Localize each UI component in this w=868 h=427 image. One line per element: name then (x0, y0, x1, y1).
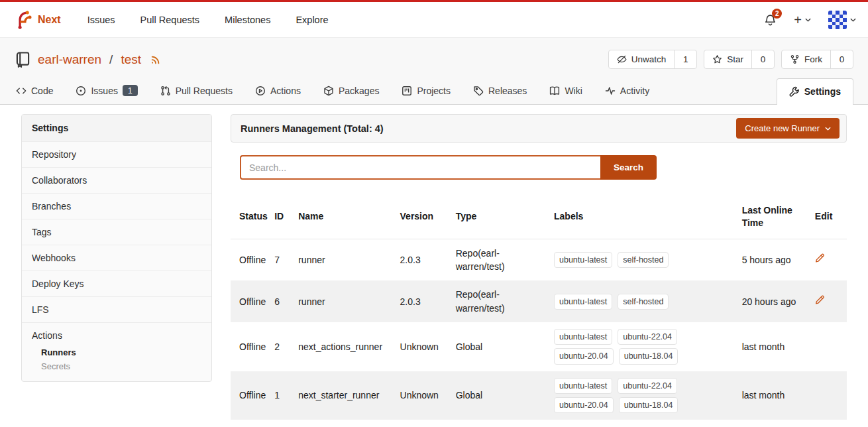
play-circle-icon (255, 86, 266, 96)
search-button[interactable]: Search (600, 155, 657, 180)
chevron-down-icon (805, 18, 811, 22)
col-last-online: Last Online Time (742, 195, 815, 239)
brand-home-link[interactable]: Next (12, 10, 61, 30)
label-chip: ubuntu-20.04 (554, 348, 614, 364)
sidebar-item-runners[interactable]: Runners (41, 345, 201, 359)
fork-count[interactable]: 0 (830, 50, 853, 68)
settings-content: Settings Repository Collaborators Branch… (0, 105, 868, 420)
runner-id: 2 (274, 322, 298, 371)
sidebar-item-repository[interactable]: Repository (22, 141, 211, 167)
sidebar-item-secrets[interactable]: Secrets (41, 359, 201, 373)
tab-releases[interactable]: Releases (472, 78, 528, 104)
nav-item-issues[interactable]: Issues (87, 15, 115, 25)
tab-actions[interactable]: Actions (254, 78, 302, 104)
label-chip: self-hosted (618, 294, 669, 310)
runner-search-bar: Search (240, 155, 847, 180)
panel-title: Runners Management (Total: 4) (241, 123, 384, 134)
sidebar-item-actions[interactable]: Actions (32, 330, 201, 341)
watch-count[interactable]: 1 (674, 50, 696, 68)
col-labels: Labels (554, 195, 742, 239)
eye-slash-icon (617, 54, 627, 64)
runner-labels: ubuntu-latest ubuntu-22.04 ubuntu-20.04 … (554, 378, 686, 413)
star-count[interactable]: 0 (751, 50, 774, 68)
tab-settings[interactable]: Settings (777, 78, 853, 105)
tab-label: Projects (417, 86, 451, 96)
pull-request-icon (160, 86, 171, 96)
tab-issues[interactable]: Issues 1 (74, 78, 138, 104)
tab-label: Packages (339, 86, 379, 96)
package-icon (323, 86, 334, 96)
create-runner-label: Create new Runner (745, 123, 820, 133)
tab-pull-requests[interactable]: Pull Requests (159, 78, 234, 104)
nav-item-pull-requests[interactable]: Pull Requests (140, 15, 199, 25)
label-chip: ubuntu-18.04 (619, 397, 678, 413)
runners-table: Status ID Name Version Type Labels Last … (231, 195, 847, 420)
col-type: Type (456, 195, 554, 239)
rss-icon[interactable] (150, 54, 162, 65)
label-chip: ubuntu-20.04 (554, 397, 614, 413)
book-icon (549, 86, 560, 96)
nav-links: Issues Pull Requests Milestones Explore (87, 15, 329, 25)
repo-separator: / (109, 52, 113, 67)
repo-icon (15, 51, 31, 68)
nav-item-explore[interactable]: Explore (296, 15, 328, 25)
runner-status: Offline (231, 239, 274, 280)
sidebar-item-lfs[interactable]: LFS (22, 296, 211, 322)
edit-runner-button[interactable] (815, 295, 825, 305)
tab-wiki[interactable]: Wiki (548, 78, 583, 104)
sidebar-item-deploy-keys[interactable]: Deploy Keys (22, 271, 211, 296)
tab-activity[interactable]: Activity (604, 78, 651, 104)
runner-status: Offline (231, 322, 274, 371)
tab-packages[interactable]: Packages (322, 78, 380, 104)
star-label: Star (727, 54, 743, 64)
star-button[interactable]: Star 0 (704, 50, 775, 69)
runner-labels: ubuntu-latest self-hosted (554, 252, 686, 268)
issues-count-badge: 1 (123, 85, 138, 96)
sidebar-item-tags[interactable]: Tags (22, 219, 211, 245)
create-runner-button[interactable]: Create new Runner (736, 118, 840, 139)
fork-button[interactable]: Fork 0 (781, 50, 853, 69)
navbar-right-cluster: 2 + (764, 11, 856, 29)
runner-type: Repo(earl-warren/test) (456, 239, 554, 280)
sidebar-item-webhooks[interactable]: Webhooks (22, 245, 211, 271)
repo-title: earl-warren / test (15, 51, 162, 68)
table-row: Offline 6 runner 2.0.3 Repo(earl-warren/… (231, 280, 847, 322)
user-menu-dropdown[interactable] (828, 11, 856, 29)
tab-label: Pull Requests (176, 86, 233, 96)
code-icon (16, 86, 27, 96)
notifications-button[interactable]: 2 (764, 13, 777, 27)
repo-owner-link[interactable]: earl-warren (38, 52, 101, 67)
edit-runner-button[interactable] (815, 253, 825, 263)
sidebar-item-branches[interactable]: Branches (22, 193, 211, 219)
runner-last-online: 5 hours ago (742, 239, 815, 280)
label-chip: ubuntu-latest (554, 378, 612, 394)
repo-name-link[interactable]: test (121, 52, 141, 67)
nav-item-milestones[interactable]: Milestones (225, 15, 270, 25)
tab-code[interactable]: Code (15, 78, 54, 104)
fork-icon (790, 54, 800, 64)
project-board-icon (402, 86, 412, 96)
search-input[interactable] (240, 155, 600, 180)
runner-id: 6 (274, 280, 298, 322)
sidebar-group-actions: Actions Runners Secrets (22, 322, 211, 381)
tab-label: Actions (270, 86, 301, 96)
create-new-dropdown[interactable]: + (794, 13, 811, 27)
unwatch-button[interactable]: Unwatch 1 (608, 50, 698, 69)
runner-name: next_starter_runner (298, 371, 400, 420)
runner-last-online: 20 hours ago (742, 280, 815, 322)
repo-action-buttons: Unwatch 1 Star 0 (608, 50, 853, 69)
col-edit: Edit (815, 195, 847, 239)
brand-label: Next (38, 14, 61, 26)
runner-name: next_actions_runner (298, 322, 400, 371)
tab-label: Releases (488, 86, 527, 96)
table-row: Offline 2 next_actions_runner Unknown Gl… (231, 322, 847, 371)
col-name: Name (298, 195, 400, 239)
table-header-row: Status ID Name Version Type Labels Last … (231, 195, 847, 239)
sidebar-title: Settings (22, 115, 211, 141)
runner-type: Global (456, 322, 554, 371)
runner-status: Offline (231, 280, 274, 322)
runner-name: runner (298, 239, 400, 280)
tab-projects[interactable]: Projects (400, 78, 452, 104)
runner-version: 2.0.3 (400, 239, 456, 280)
sidebar-item-collaborators[interactable]: Collaborators (22, 167, 211, 193)
